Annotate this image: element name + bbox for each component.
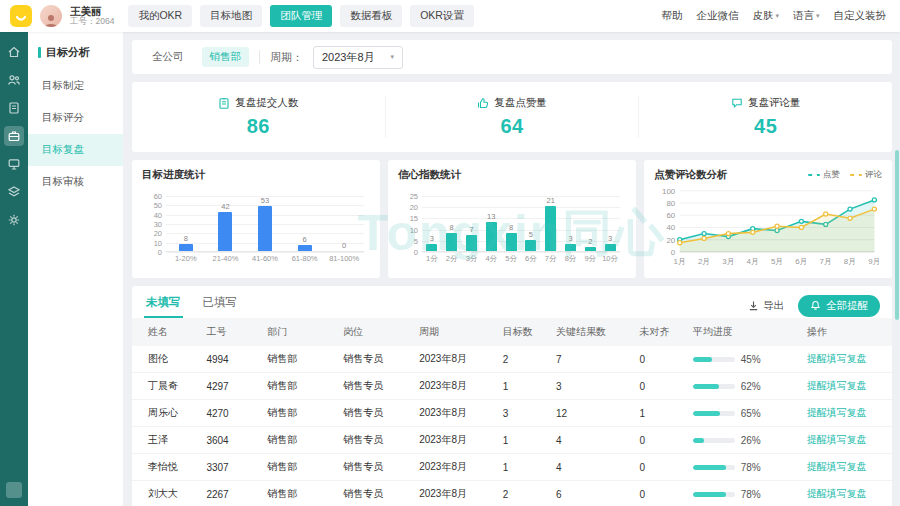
svg-text:4月: 4月	[747, 257, 759, 266]
chart-card-confidence-index: 信心指数统计 051015202531分82分73分134分85分56分217分…	[388, 160, 636, 278]
document-icon[interactable]	[4, 98, 24, 118]
tab-filled[interactable]: 已填写	[201, 293, 240, 318]
sidebar: 目标分析 目标制定 目标评分 目标复盘 目标审核	[28, 32, 124, 506]
bar-group: 661-80%	[285, 196, 325, 251]
svg-text:40: 40	[666, 223, 675, 232]
monitor-icon[interactable]	[4, 154, 24, 174]
cell-kr-count: 3	[550, 373, 634, 400]
table-toolbar: 未填写 已填写 导出 全部提醒	[132, 286, 892, 318]
nav-data-dashboard[interactable]: 数据看板	[340, 5, 402, 27]
bar	[525, 240, 536, 251]
avatar[interactable]	[40, 5, 62, 27]
cell-period: 2023年8月	[413, 427, 497, 454]
table-row: 图伦4994销售部销售专员2023年8月27045%提醒填写复盘	[132, 346, 892, 373]
table-row: 刘大大2267销售部销售专员2023年8月26078%提醒填写复盘	[132, 481, 892, 506]
home-icon[interactable]	[4, 42, 24, 62]
nav-okr-settings[interactable]: OKR设置	[410, 5, 474, 27]
column-header: 工号	[200, 318, 261, 346]
charts-row: 目标进度统计 010203040506081-20%4221-40%5341-6…	[132, 160, 892, 278]
svg-text:6月: 6月	[795, 257, 807, 266]
custom-decoration-link[interactable]: 自定义装扮	[834, 9, 887, 23]
progress-bar: 62%	[693, 381, 795, 392]
sidebar-item-goal-scoring[interactable]: 目标评分	[28, 102, 123, 134]
nav-my-okr[interactable]: 我的OKR	[128, 5, 192, 27]
top-right-links: 帮助 企业微信 皮肤▾ 语言▾ 自定义装扮	[661, 9, 886, 23]
language-dropdown[interactable]: 语言▾	[793, 9, 820, 23]
wecom-link[interactable]: 企业微信	[696, 9, 738, 23]
cell-kr-count: 6	[550, 481, 634, 506]
layers-icon[interactable]	[4, 182, 24, 202]
confidence-index-bar-chart: 051015202531分82分73分134分85分56分217分38分29分3…	[398, 196, 626, 252]
svg-text:3月: 3月	[722, 257, 734, 266]
cell-unaligned: 1	[634, 400, 687, 427]
skin-dropdown[interactable]: 皮肤▾	[752, 9, 779, 23]
legend-item[interactable]: 评论	[850, 169, 882, 181]
briefcase-icon[interactable]	[4, 126, 24, 146]
org-icon[interactable]	[4, 70, 24, 90]
progress-bar: 65%	[693, 408, 795, 419]
gear-icon[interactable]	[4, 210, 24, 230]
cell-position: 销售专员	[337, 400, 413, 427]
svg-text:1月: 1月	[674, 257, 686, 266]
period-select[interactable]: 2023年8月 ▾	[313, 46, 403, 69]
bar-group: 29分	[580, 196, 600, 251]
person-icon	[43, 13, 59, 27]
column-header: 姓名	[132, 318, 200, 346]
remind-fill-link[interactable]: 提醒填写复盘	[807, 434, 867, 445]
legend-item[interactable]: 点赞	[808, 169, 840, 181]
smile-logo-icon	[13, 8, 29, 24]
stats-card: 复盘提交人数 86 复盘点赞量 64 复盘评论量 45	[132, 82, 892, 152]
column-header: 未对齐	[634, 318, 687, 346]
bar-group: 81-20%	[166, 196, 206, 251]
nav-goal-map[interactable]: 目标地图	[200, 5, 262, 27]
period-label: 周期：	[270, 50, 303, 65]
scope-tab-company[interactable]: 全公司	[144, 47, 192, 67]
cell-kr-count: 4	[550, 454, 634, 481]
cell-goal-count: 1	[497, 373, 550, 400]
remind-fill-link[interactable]: 提醒填写复盘	[807, 353, 867, 364]
cell-department: 销售部	[261, 400, 337, 427]
app-logo[interactable]	[10, 5, 32, 27]
chart-card-likes-comments: 点赞评论数分析 点赞评论 0204060801001月2月3月4月5月6月7月8…	[644, 160, 892, 278]
cell-unaligned: 0	[634, 454, 687, 481]
remind-fill-link[interactable]: 提醒填写复盘	[807, 407, 867, 418]
remind-fill-link[interactable]: 提醒填写复盘	[807, 488, 867, 499]
help-link[interactable]: 帮助	[661, 9, 682, 23]
svg-text:8月: 8月	[844, 257, 856, 266]
main-content: Tongxin同心 全公司 销售部 周期： 2023年8月 ▾ 复盘提交人数 8…	[124, 32, 900, 506]
cell-name: 王泽	[132, 427, 200, 454]
export-button[interactable]: 导出	[748, 299, 784, 313]
svg-text:80: 80	[666, 199, 675, 208]
scrollbar-thumb[interactable]	[895, 150, 899, 320]
remind-all-button[interactable]: 全部提醒	[798, 295, 880, 317]
table-row: 丁晨奇4297销售部销售专员2023年8月13062%提醒填写复盘	[132, 373, 892, 400]
sidebar-item-goal-setting[interactable]: 目标制定	[28, 70, 123, 102]
bar	[179, 244, 193, 251]
table-row: 周乐心4270销售部销售专员2023年8月312165%提醒填写复盘	[132, 400, 892, 427]
progress-bar: 78%	[693, 462, 795, 473]
nav-team-management[interactable]: 团队管理	[270, 5, 332, 27]
bar	[218, 212, 232, 251]
svg-text:20: 20	[666, 236, 675, 245]
remind-fill-link[interactable]: 提醒填写复盘	[807, 380, 867, 391]
sidebar-item-goal-review[interactable]: 目标复盘	[28, 134, 123, 166]
remind-fill-link[interactable]: 提醒填写复盘	[807, 461, 867, 472]
bar	[426, 244, 437, 251]
column-header: 操作	[801, 318, 892, 346]
scope-tab-sales-dept[interactable]: 销售部	[202, 47, 250, 67]
cell-position: 销售专员	[337, 346, 413, 373]
cell-employee-id: 4994	[200, 346, 261, 373]
tab-not-filled[interactable]: 未填写	[144, 293, 183, 318]
chart-card-goal-progress: 目标进度统计 010203040506081-20%4221-40%5341-6…	[132, 160, 380, 278]
cell-position: 销售专员	[337, 481, 413, 506]
cell-position: 销售专员	[337, 373, 413, 400]
download-icon	[748, 300, 759, 311]
bar	[298, 245, 312, 251]
stat-review-comments: 复盘评论量 45	[639, 96, 892, 138]
cell-name: 图伦	[132, 346, 200, 373]
bar-group: 82分	[442, 196, 462, 251]
rail-collapse-button[interactable]	[6, 482, 22, 498]
cell-unaligned: 0	[634, 346, 687, 373]
sidebar-item-goal-audit[interactable]: 目标审核	[28, 166, 123, 198]
bar-group: 081-100%	[324, 196, 364, 251]
